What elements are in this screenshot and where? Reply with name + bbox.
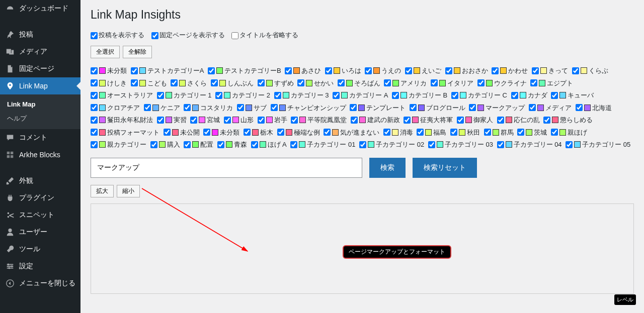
category-checkbox[interactable] [431,79,438,86]
sidebar-item-settings[interactable]: 設定 [0,258,80,275]
sidebar-item-collapse[interactable]: メニューを閉じる [0,275,80,292]
category-checkbox[interactable] [350,104,357,111]
category-checkbox[interactable] [543,117,550,124]
category-checkbox[interactable] [551,129,558,136]
submenu-help[interactable]: ヘルプ [0,111,80,126]
search-button[interactable]: 検索 [369,158,406,178]
category-checkbox[interactable] [290,141,297,148]
category-checkbox[interactable] [383,129,390,136]
category-checkbox[interactable] [497,141,504,148]
category-checkbox[interactable] [324,129,331,136]
category-checkbox[interactable] [365,67,372,74]
sidebar-item-arkhe[interactable]: Arkhe Blocks [0,146,80,163]
sidebar-item-snippets[interactable]: スニペット [0,206,80,224]
category-checkbox[interactable] [164,129,171,136]
category-checkbox[interactable] [517,129,524,136]
category-checkbox[interactable] [91,104,98,111]
category-checkbox[interactable] [244,129,251,136]
abbrev-checkbox[interactable] [231,32,238,39]
category-checkbox[interactable] [258,79,265,86]
category-checkbox[interactable] [497,117,504,124]
category-checkbox[interactable] [511,92,518,99]
category-checkbox[interactable] [131,79,138,86]
category-checkbox[interactable] [184,141,191,148]
category-checkbox[interactable] [457,117,464,124]
category-checkbox[interactable] [91,92,98,99]
category-checkbox[interactable] [150,141,157,148]
category-checkbox[interactable] [297,79,304,86]
category-checkbox[interactable] [157,92,164,99]
category-checkbox[interactable] [551,92,558,99]
category-checkbox[interactable] [532,67,539,74]
category-checkbox[interactable] [410,104,417,111]
category-checkbox[interactable] [271,104,278,111]
category-checkbox[interactable] [217,141,224,148]
category-checkbox[interactable] [131,67,138,74]
category-checkbox[interactable] [291,117,298,124]
sidebar-item-dashboard[interactable]: ダッシュボード [0,0,80,17]
category-checkbox[interactable] [91,129,98,136]
category-checkbox[interactable] [338,79,345,86]
sidebar-item-posts[interactable]: 投稿 [0,26,80,43]
category-checkbox[interactable] [450,129,457,136]
category-checkbox[interactable] [530,79,537,86]
category-checkbox[interactable] [251,141,258,148]
show-posts-checkbox[interactable] [91,32,98,39]
category-checkbox[interactable] [277,129,284,136]
show-pages-checkbox[interactable] [151,32,158,39]
category-checkbox[interactable] [445,67,452,74]
category-checkbox[interactable] [208,67,215,74]
sidebar-item-appearance[interactable]: 外観 [0,172,80,189]
category-checkbox[interactable] [157,117,164,124]
category-checkbox[interactable] [91,67,98,74]
category-checkbox[interactable] [203,129,210,136]
category-checkbox[interactable] [469,104,476,111]
category-checkbox[interactable] [258,117,265,124]
category-checkbox[interactable] [91,117,98,124]
sidebar-item-users[interactable]: ユーザー [0,224,80,241]
category-checkbox[interactable] [572,67,579,74]
category-checkbox[interactable] [215,92,222,99]
sidebar-item-comments[interactable]: コメント [0,129,80,146]
category-checkbox[interactable] [529,104,536,111]
category-checkbox[interactable] [171,79,178,86]
category-checkbox[interactable] [566,141,573,148]
category-checkbox[interactable] [359,141,366,148]
category-checkbox[interactable] [184,104,191,111]
category-checkbox[interactable] [477,79,485,86]
search-input[interactable] [91,158,362,178]
submenu-linkmap[interactable]: Link Map [0,97,80,111]
category-checkbox[interactable] [405,67,412,74]
zoom-in-button[interactable]: 拡大 [91,185,114,197]
category-checkbox[interactable] [333,92,340,99]
sidebar-item-pages[interactable]: 固定ページ [0,60,80,77]
category-checkbox[interactable] [285,67,292,74]
sidebar-item-linkmap[interactable]: Link Map [0,77,80,94]
select-all-button[interactable]: 全選択 [91,46,120,58]
category-checkbox[interactable] [91,79,98,86]
graph-node[interactable]: ページマークアップとフォーマット [343,245,451,259]
category-checkbox[interactable] [451,92,458,99]
category-checkbox[interactable] [576,104,583,111]
category-checkbox[interactable] [91,141,98,148]
category-checkbox[interactable] [492,67,499,74]
category-checkbox[interactable] [325,67,332,74]
category-checkbox[interactable] [211,79,218,86]
category-checkbox[interactable] [384,79,391,86]
category-checkbox[interactable] [274,92,281,99]
category-checkbox[interactable] [144,104,151,111]
category-checkbox[interactable] [351,117,358,124]
zoom-out-button[interactable]: 縮小 [117,185,140,197]
category-checkbox[interactable] [404,117,411,124]
search-reset-button[interactable]: 検索リセット [413,158,477,178]
sidebar-item-tools[interactable]: ツール [0,241,80,258]
category-checkbox[interactable] [190,117,197,124]
graph-canvas[interactable]: ページマークアップとフォーマット [91,203,634,294]
sidebar-item-plugins[interactable]: プラグイン [0,189,80,206]
category-checkbox[interactable] [428,141,435,148]
deselect-all-button[interactable]: 全解除 [123,46,152,58]
category-checkbox[interactable] [417,129,424,136]
category-checkbox[interactable] [392,92,399,99]
category-checkbox[interactable] [484,129,491,136]
sidebar-item-media[interactable]: メディア [0,43,80,60]
